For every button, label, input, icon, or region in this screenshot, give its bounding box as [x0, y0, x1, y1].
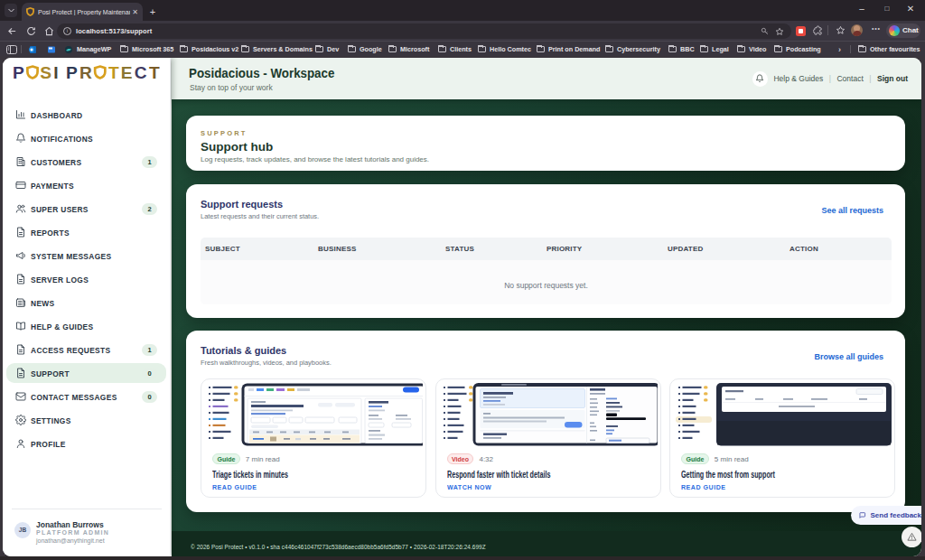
svg-text:T: T — [108, 63, 119, 82]
svg-text:I: I — [53, 63, 58, 82]
svg-text:C: C — [135, 63, 147, 82]
svg-text:T: T — [149, 63, 160, 82]
svg-text:E: E — [121, 63, 133, 82]
svg-text:S: S — [40, 63, 51, 82]
svg-text:R: R — [79, 63, 92, 82]
svg-text:P: P — [13, 63, 24, 82]
svg-text:P: P — [66, 63, 78, 82]
